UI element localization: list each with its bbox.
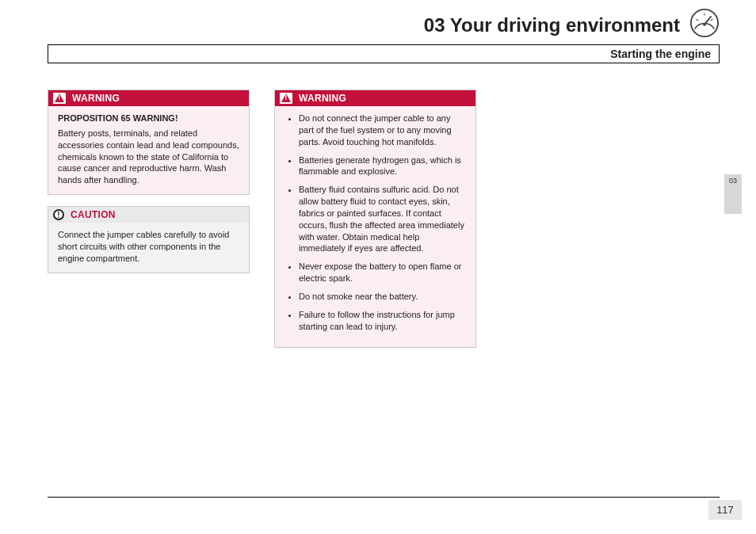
- side-tab-label: 03: [729, 177, 737, 185]
- warning-label: WARNING: [72, 93, 120, 104]
- svg-line-4: [711, 19, 713, 21]
- gauge-icon: [689, 8, 720, 38]
- list-item: Failure to follow the instructions for j…: [299, 309, 468, 333]
- section-bar: Starting the engine: [48, 44, 720, 63]
- caution-header: ! CAUTION: [48, 207, 249, 223]
- warning-text: Battery posts, terminals, and related ac…: [58, 128, 241, 186]
- warning-box-prop65: WARNING PROPOSITION 65 WARNING! Battery …: [48, 90, 250, 195]
- svg-line-3: [697, 19, 699, 21]
- warning-triangle-icon: [53, 93, 66, 104]
- caution-body: Connect the jumper cables carefully to a…: [48, 223, 249, 273]
- warning-box-jumpstart: WARNING Do not connect the jumper cable …: [274, 90, 476, 348]
- caution-label: CAUTION: [71, 209, 116, 220]
- warning-label: WARNING: [299, 93, 346, 104]
- section-title: Starting the engine: [610, 48, 711, 60]
- chapter-title: 03 Your driving environment: [424, 14, 680, 36]
- caution-text: Connect the jumper cables carefully to a…: [58, 229, 241, 265]
- warning-header: WARNING: [275, 90, 475, 106]
- list-item: Do not smoke near the battery.: [299, 291, 468, 303]
- caution-box: ! CAUTION Connect the jumper cables care…: [48, 206, 250, 273]
- warning-body: PROPOSITION 65 WARNING! Battery posts, t…: [48, 106, 249, 194]
- list-item: Battery fluid contains sulfuric acid. Do…: [299, 184, 468, 254]
- svg-point-2: [703, 23, 706, 26]
- page-number-text: 117: [716, 504, 734, 516]
- page-number: 117: [708, 500, 742, 520]
- side-tab: 03: [724, 174, 742, 214]
- warning-list: Do not connect the jumper cable to any p…: [284, 113, 468, 333]
- list-item: Never expose the battery to open flame o…: [299, 261, 468, 284]
- list-item: Do not connect the jumper cable to any p…: [299, 113, 468, 148]
- column-left: WARNING PROPOSITION 65 WARNING! Battery …: [48, 90, 250, 273]
- bottom-rule: [48, 497, 720, 498]
- caution-circle-icon: !: [53, 209, 64, 220]
- warning-subhead: PROPOSITION 65 WARNING!: [58, 113, 241, 124]
- warning-triangle-icon: [280, 93, 292, 104]
- page: 03 Your driving environment Starting the…: [0, 0, 756, 534]
- column-middle: WARNING Do not connect the jumper cable …: [274, 90, 476, 359]
- list-item: Batteries generate hydrogen gas, which i…: [299, 154, 468, 178]
- warning-header: WARNING: [48, 90, 249, 106]
- warning-body: Do not connect the jumper cable to any p…: [275, 106, 475, 347]
